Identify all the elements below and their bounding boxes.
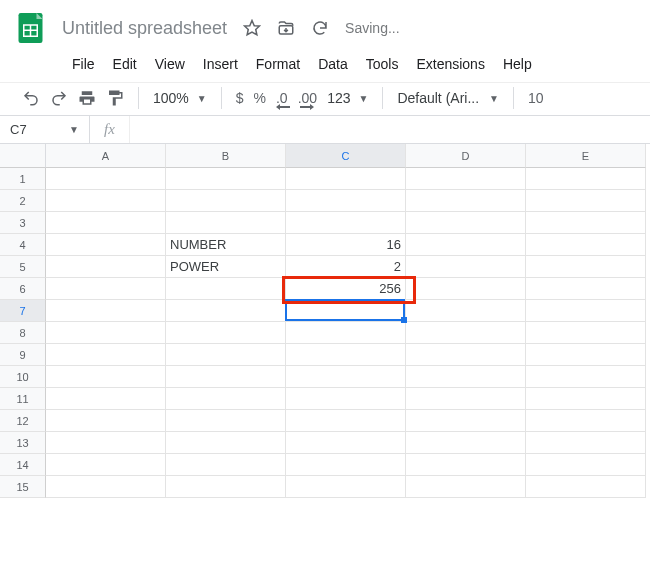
cell-b8[interactable]	[166, 322, 286, 344]
row-header[interactable]: 12	[0, 410, 46, 432]
cell-b5[interactable]: POWER	[166, 256, 286, 278]
star-icon[interactable]	[243, 19, 261, 37]
select-all-corner[interactable]	[0, 144, 46, 168]
cell-e11[interactable]	[526, 388, 646, 410]
menu-data[interactable]: Data	[310, 52, 356, 76]
cell-b4[interactable]: NUMBER	[166, 234, 286, 256]
cell-d7[interactable]	[406, 300, 526, 322]
col-header-d[interactable]: D	[406, 144, 526, 168]
cell-a9[interactable]	[46, 344, 166, 366]
cell-c13[interactable]	[286, 432, 406, 454]
font-selector[interactable]: Default (Ari... ▼	[397, 90, 499, 106]
cell-a15[interactable]	[46, 476, 166, 498]
cell-a14[interactable]	[46, 454, 166, 476]
menu-tools[interactable]: Tools	[358, 52, 407, 76]
cell-a11[interactable]	[46, 388, 166, 410]
cell-e7[interactable]	[526, 300, 646, 322]
cell-e3[interactable]	[526, 212, 646, 234]
cell-e1[interactable]	[526, 168, 646, 190]
cell-d14[interactable]	[406, 454, 526, 476]
currency-button[interactable]: $	[236, 90, 244, 106]
cell-b14[interactable]	[166, 454, 286, 476]
increase-decimal-button[interactable]: .00	[298, 90, 317, 106]
cell-c9[interactable]	[286, 344, 406, 366]
cell-b1[interactable]	[166, 168, 286, 190]
cell-e12[interactable]	[526, 410, 646, 432]
menu-insert[interactable]: Insert	[195, 52, 246, 76]
percent-button[interactable]: %	[254, 90, 266, 106]
cell-c15[interactable]	[286, 476, 406, 498]
cell-b2[interactable]	[166, 190, 286, 212]
cell-e9[interactable]	[526, 344, 646, 366]
cell-c11[interactable]	[286, 388, 406, 410]
cell-d3[interactable]	[406, 212, 526, 234]
paint-format-icon[interactable]	[106, 89, 124, 107]
cell-b6[interactable]	[166, 278, 286, 300]
decrease-decimal-button[interactable]: .0	[276, 90, 288, 106]
cell-d8[interactable]	[406, 322, 526, 344]
cell-c14[interactable]	[286, 454, 406, 476]
row-header[interactable]: 8	[0, 322, 46, 344]
cell-d1[interactable]	[406, 168, 526, 190]
cell-e4[interactable]	[526, 234, 646, 256]
undo-icon[interactable]	[22, 89, 40, 107]
col-header-c[interactable]: C	[286, 144, 406, 168]
menu-extensions[interactable]: Extensions	[408, 52, 492, 76]
menu-view[interactable]: View	[147, 52, 193, 76]
cell-e8[interactable]	[526, 322, 646, 344]
formula-input[interactable]	[130, 116, 650, 143]
cell-d10[interactable]	[406, 366, 526, 388]
cell-d5[interactable]	[406, 256, 526, 278]
cell-d11[interactable]	[406, 388, 526, 410]
cell-a8[interactable]	[46, 322, 166, 344]
row-header[interactable]: 4	[0, 234, 46, 256]
sheets-logo[interactable]	[12, 8, 52, 48]
cell-a1[interactable]	[46, 168, 166, 190]
row-header[interactable]: 9	[0, 344, 46, 366]
cell-a4[interactable]	[46, 234, 166, 256]
cell-b10[interactable]	[166, 366, 286, 388]
menu-edit[interactable]: Edit	[105, 52, 145, 76]
redo-icon[interactable]	[50, 89, 68, 107]
cell-c5[interactable]: 2	[286, 256, 406, 278]
cell-a2[interactable]	[46, 190, 166, 212]
cell-d6[interactable]	[406, 278, 526, 300]
move-icon[interactable]	[277, 19, 295, 37]
row-header[interactable]: 10	[0, 366, 46, 388]
cell-d2[interactable]	[406, 190, 526, 212]
row-header[interactable]: 2	[0, 190, 46, 212]
row-header[interactable]: 13	[0, 432, 46, 454]
doc-title[interactable]: Untitled spreadsheet	[62, 18, 227, 39]
cloud-sync-icon[interactable]	[311, 19, 329, 37]
cell-b3[interactable]	[166, 212, 286, 234]
cell-a3[interactable]	[46, 212, 166, 234]
col-header-a[interactable]: A	[46, 144, 166, 168]
cell-c3[interactable]	[286, 212, 406, 234]
cell-c8[interactable]	[286, 322, 406, 344]
cell-e10[interactable]	[526, 366, 646, 388]
more-formats-button[interactable]: 123 ▼	[327, 90, 368, 106]
zoom-selector[interactable]: 100% ▼	[153, 90, 207, 106]
row-header[interactable]: 3	[0, 212, 46, 234]
cell-c10[interactable]	[286, 366, 406, 388]
cell-c1[interactable]	[286, 168, 406, 190]
row-header[interactable]: 6	[0, 278, 46, 300]
row-header[interactable]: 5	[0, 256, 46, 278]
row-header[interactable]: 14	[0, 454, 46, 476]
menu-help[interactable]: Help	[495, 52, 540, 76]
cell-a5[interactable]	[46, 256, 166, 278]
cell-a6[interactable]	[46, 278, 166, 300]
menu-format[interactable]: Format	[248, 52, 308, 76]
font-size-value[interactable]: 10	[528, 90, 544, 106]
cell-b13[interactable]	[166, 432, 286, 454]
name-box[interactable]: C7 ▼	[0, 116, 90, 143]
cell-c7[interactable]	[286, 300, 406, 322]
cell-d9[interactable]	[406, 344, 526, 366]
menu-file[interactable]: File	[64, 52, 103, 76]
cell-c6[interactable]: 256	[286, 278, 406, 300]
cell-b11[interactable]	[166, 388, 286, 410]
cell-e2[interactable]	[526, 190, 646, 212]
cell-b9[interactable]	[166, 344, 286, 366]
cell-a7[interactable]	[46, 300, 166, 322]
row-header[interactable]: 15	[0, 476, 46, 498]
